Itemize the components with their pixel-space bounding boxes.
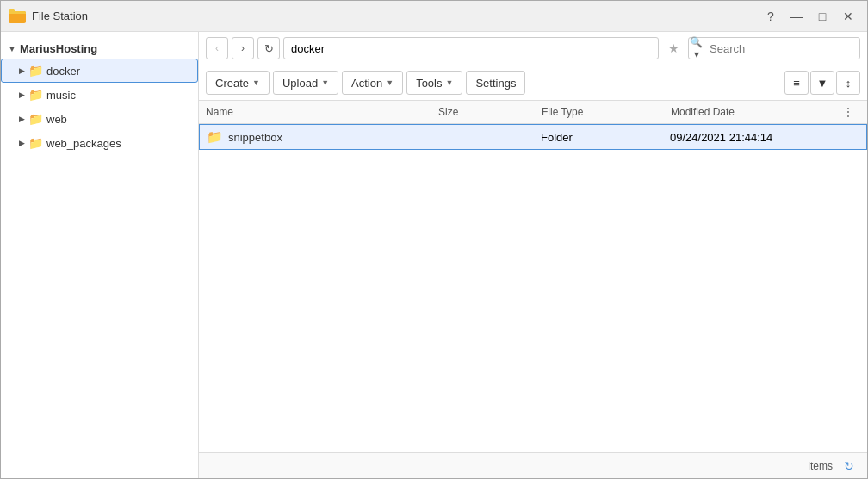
tools-caret-icon: ▼ — [446, 78, 454, 87]
col-size: Size — [438, 106, 542, 118]
right-panel: ‹ › ↻ ★ 🔍▾ Create ▼ Upload ▼ — [199, 32, 867, 478]
app-window: File Station ? — □ ✕ ▼ MariusHosting ▶ 📁… — [0, 0, 868, 479]
music-folder-icon: 📁 — [28, 88, 43, 102]
sidebar-item-music-label: music — [46, 89, 76, 102]
list-view-icon: ≡ — [793, 77, 800, 90]
file-modified: 09/24/2021 21:44:14 — [670, 131, 842, 144]
sidebar-item-web-packages-label: web_packages — [46, 137, 121, 150]
titlebar: File Station ? — □ ✕ — [1, 1, 867, 32]
sidebar-item-web[interactable]: ▶ 📁 web — [1, 107, 198, 131]
view-options-icon: ▼ — [817, 77, 828, 90]
file-list-header: Name Size File Type Modified Date ⋮ — [199, 101, 867, 124]
refresh-button[interactable]: ↻ — [257, 37, 280, 59]
col-modified: Modified Date — [671, 106, 843, 118]
sort-icon: ↕ — [846, 77, 852, 90]
music-arrow-icon: ▶ — [19, 90, 25, 99]
docker-arrow-icon: ▶ — [19, 66, 25, 75]
action-button[interactable]: Action ▼ — [342, 71, 403, 95]
col-more: ⋮ — [843, 106, 860, 118]
action-caret-icon: ▼ — [386, 78, 394, 87]
table-row[interactable]: 📁 snippetbox Folder 09/24/2021 21:44:14 — [199, 124, 867, 150]
file-name: snippetbox — [228, 131, 282, 144]
web-packages-arrow-icon: ▶ — [19, 139, 25, 147]
web-arrow-icon: ▶ — [19, 115, 25, 123]
search-container: 🔍▾ — [688, 37, 860, 59]
action-toolbar: Create ▼ Upload ▼ Action ▼ Tools ▼ Setti… — [199, 65, 867, 101]
file-type: Folder — [541, 131, 670, 144]
titlebar-controls: ? — □ ✕ — [759, 4, 860, 28]
search-dropdown-button[interactable]: 🔍▾ — [689, 38, 704, 59]
favorite-button[interactable]: ★ — [662, 37, 685, 59]
app-title: File Station — [32, 9, 88, 22]
sidebar-item-web-packages[interactable]: ▶ 📁 web_packages — [1, 131, 198, 155]
titlebar-left: File Station — [8, 7, 88, 26]
docker-folder-icon: 📁 — [28, 64, 43, 78]
maximize-button[interactable]: □ — [810, 4, 834, 28]
minimize-button[interactable]: — — [784, 4, 809, 28]
web-folder-icon: 📁 — [28, 112, 43, 126]
col-name: Name — [206, 106, 438, 118]
items-label: items — [808, 460, 833, 472]
file-list: Name Size File Type Modified Date ⋮ 📁 sn… — [199, 101, 867, 452]
create-button[interactable]: Create ▼ — [206, 71, 270, 95]
sidebar: ▼ MariusHosting ▶ 📁 docker ▶ 📁 music ▶ 📁… — [1, 32, 199, 478]
create-caret-icon: ▼ — [252, 78, 260, 87]
sidebar-root-label: MariusHosting — [20, 42, 97, 55]
statusbar: items ↻ — [199, 452, 867, 478]
sort-button[interactable]: ↕ — [836, 71, 860, 95]
toolbar-top: ‹ › ↻ ★ 🔍▾ — [199, 32, 867, 65]
sidebar-item-docker-label: docker — [46, 65, 80, 78]
forward-button[interactable]: › — [232, 37, 254, 59]
file-name-cell: 📁 snippetbox — [207, 129, 437, 145]
root-arrow-icon: ▼ — [8, 44, 16, 53]
address-bar[interactable] — [283, 37, 659, 59]
upload-button[interactable]: Upload ▼ — [273, 71, 338, 95]
list-view-button[interactable]: ≡ — [784, 71, 809, 95]
file-folder-icon: 📁 — [207, 129, 223, 145]
upload-caret-icon: ▼ — [321, 78, 329, 87]
app-icon — [8, 7, 27, 26]
web-packages-folder-icon: 📁 — [28, 136, 43, 150]
settings-button[interactable]: Settings — [466, 71, 525, 95]
sidebar-item-web-label: web — [46, 113, 67, 126]
back-button[interactable]: ‹ — [206, 37, 228, 59]
tools-button[interactable]: Tools ▼ — [406, 71, 462, 95]
status-refresh-button[interactable]: ↻ — [840, 457, 859, 476]
view-controls: ≡ ▼ ↕ — [784, 71, 860, 95]
search-input[interactable] — [704, 42, 859, 55]
main-content: ▼ MariusHosting ▶ 📁 docker ▶ 📁 music ▶ 📁… — [1, 32, 867, 478]
view-options-button[interactable]: ▼ — [810, 71, 834, 95]
sidebar-item-docker[interactable]: ▶ 📁 docker — [1, 59, 198, 83]
sidebar-item-music[interactable]: ▶ 📁 music — [1, 83, 198, 107]
sidebar-root[interactable]: ▼ MariusHosting — [1, 39, 198, 59]
close-button[interactable]: ✕ — [836, 4, 860, 28]
help-button[interactable]: ? — [759, 4, 783, 28]
col-type: File Type — [542, 106, 671, 118]
